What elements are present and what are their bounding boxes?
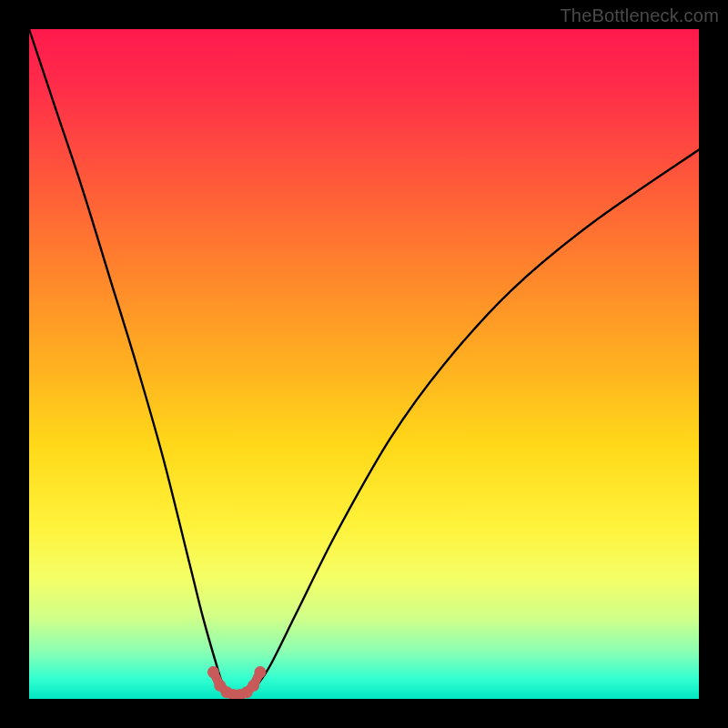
bottleneck-curve xyxy=(29,29,699,696)
valley-dot xyxy=(207,666,219,678)
watermark-text: TheBottleneck.com xyxy=(560,5,719,26)
valley-dot xyxy=(254,666,266,678)
chart-svg xyxy=(29,29,699,699)
valley-dot xyxy=(248,680,259,692)
valley-highlight-dots xyxy=(207,666,267,699)
